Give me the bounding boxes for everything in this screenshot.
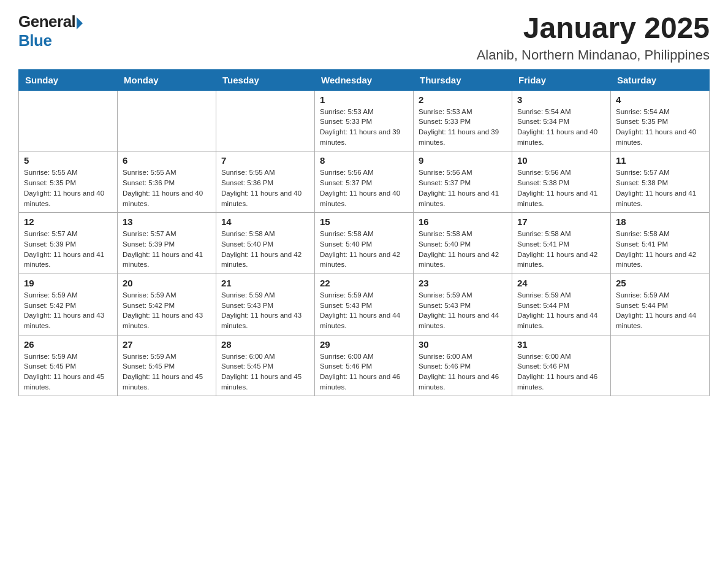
day-info: Sunrise: 5:59 AMSunset: 5:44 PMDaylight:… xyxy=(616,290,704,331)
calendar-cell xyxy=(118,90,216,151)
calendar-week-5: 26Sunrise: 5:59 AMSunset: 5:45 PMDayligh… xyxy=(19,335,710,396)
calendar-cell: 28Sunrise: 6:00 AMSunset: 5:45 PMDayligh… xyxy=(216,335,315,396)
day-number: 16 xyxy=(419,216,507,227)
day-number: 18 xyxy=(616,216,704,227)
calendar-cell: 5Sunrise: 5:55 AMSunset: 5:35 PMDaylight… xyxy=(19,151,118,213)
day-info: Sunrise: 5:57 AMSunset: 5:38 PMDaylight:… xyxy=(616,167,704,209)
calendar-cell: 27Sunrise: 5:59 AMSunset: 5:45 PMDayligh… xyxy=(118,335,216,396)
day-info: Sunrise: 6:00 AMSunset: 5:46 PMDaylight:… xyxy=(320,351,408,393)
day-info: Sunrise: 5:59 AMSunset: 5:42 PMDaylight:… xyxy=(24,290,112,331)
calendar-cell: 22Sunrise: 5:59 AMSunset: 5:43 PMDayligh… xyxy=(315,274,414,335)
day-number: 17 xyxy=(517,216,605,227)
page-title: January 2025 xyxy=(477,12,710,45)
calendar-cell: 20Sunrise: 5:59 AMSunset: 5:42 PMDayligh… xyxy=(118,274,216,335)
calendar-cell: 11Sunrise: 5:57 AMSunset: 5:38 PMDayligh… xyxy=(611,151,710,213)
calendar-header-sunday: Sunday xyxy=(19,69,118,90)
day-info: Sunrise: 5:59 AMSunset: 5:43 PMDaylight:… xyxy=(320,290,408,331)
day-number: 20 xyxy=(123,278,211,288)
logo-arrow-icon xyxy=(77,17,83,29)
day-info: Sunrise: 5:58 AMSunset: 5:41 PMDaylight:… xyxy=(517,229,605,270)
calendar-cell: 19Sunrise: 5:59 AMSunset: 5:42 PMDayligh… xyxy=(19,274,118,335)
day-info: Sunrise: 5:57 AMSunset: 5:39 PMDaylight:… xyxy=(24,229,112,270)
day-info: Sunrise: 6:00 AMSunset: 5:45 PMDaylight:… xyxy=(221,351,309,393)
calendar-cell: 6Sunrise: 5:55 AMSunset: 5:36 PMDaylight… xyxy=(118,151,216,213)
day-number: 27 xyxy=(123,339,211,350)
day-info: Sunrise: 5:59 AMSunset: 5:43 PMDaylight:… xyxy=(221,290,309,331)
day-number: 5 xyxy=(24,155,112,166)
day-number: 24 xyxy=(517,278,605,288)
day-number: 1 xyxy=(320,94,408,105)
logo-blue: Blue xyxy=(18,31,83,50)
day-info: Sunrise: 5:58 AMSunset: 5:41 PMDaylight:… xyxy=(616,229,704,270)
day-info: Sunrise: 5:56 AMSunset: 5:37 PMDaylight:… xyxy=(320,167,408,209)
calendar-cell: 21Sunrise: 5:59 AMSunset: 5:43 PMDayligh… xyxy=(216,274,315,335)
day-number: 26 xyxy=(24,339,112,350)
day-info: Sunrise: 5:55 AMSunset: 5:36 PMDaylight:… xyxy=(221,167,309,209)
day-number: 10 xyxy=(517,155,605,166)
day-number: 25 xyxy=(616,278,704,288)
day-number: 13 xyxy=(123,216,211,227)
calendar-cell: 18Sunrise: 5:58 AMSunset: 5:41 PMDayligh… xyxy=(611,213,710,274)
calendar-header-thursday: Thursday xyxy=(414,69,512,90)
day-number: 7 xyxy=(221,155,309,166)
calendar-header-row: SundayMondayTuesdayWednesdayThursdayFrid… xyxy=(19,69,710,90)
logo-general: General xyxy=(18,12,75,31)
day-info: Sunrise: 6:00 AMSunset: 5:46 PMDaylight:… xyxy=(517,351,605,393)
day-info: Sunrise: 5:53 AMSunset: 5:33 PMDaylight:… xyxy=(419,107,507,148)
day-info: Sunrise: 5:57 AMSunset: 5:39 PMDaylight:… xyxy=(123,229,211,270)
title-block: January 2025 Alanib, Northern Mindanao, … xyxy=(477,12,710,63)
calendar-header-saturday: Saturday xyxy=(611,69,710,90)
day-number: 3 xyxy=(517,94,605,105)
day-number: 30 xyxy=(419,339,507,350)
day-number: 9 xyxy=(419,155,507,166)
day-number: 6 xyxy=(123,155,211,166)
day-number: 28 xyxy=(221,339,309,350)
day-number: 29 xyxy=(320,339,408,350)
day-number: 4 xyxy=(616,94,704,105)
calendar-week-2: 5Sunrise: 5:55 AMSunset: 5:35 PMDaylight… xyxy=(19,151,710,213)
calendar-header-tuesday: Tuesday xyxy=(216,69,315,90)
day-number: 2 xyxy=(419,94,507,105)
day-info: Sunrise: 5:59 AMSunset: 5:45 PMDaylight:… xyxy=(24,351,112,393)
calendar-cell: 8Sunrise: 5:56 AMSunset: 5:37 PMDaylight… xyxy=(315,151,414,213)
day-info: Sunrise: 5:58 AMSunset: 5:40 PMDaylight:… xyxy=(320,229,408,270)
day-info: Sunrise: 5:58 AMSunset: 5:40 PMDaylight:… xyxy=(221,229,309,270)
calendar-week-4: 19Sunrise: 5:59 AMSunset: 5:42 PMDayligh… xyxy=(19,274,710,335)
calendar-cell: 23Sunrise: 5:59 AMSunset: 5:43 PMDayligh… xyxy=(414,274,512,335)
day-number: 8 xyxy=(320,155,408,166)
calendar-cell: 14Sunrise: 5:58 AMSunset: 5:40 PMDayligh… xyxy=(216,213,315,274)
calendar-cell: 17Sunrise: 5:58 AMSunset: 5:41 PMDayligh… xyxy=(512,213,611,274)
day-info: Sunrise: 5:54 AMSunset: 5:35 PMDaylight:… xyxy=(616,107,704,148)
day-number: 15 xyxy=(320,216,408,227)
calendar-cell: 29Sunrise: 6:00 AMSunset: 5:46 PMDayligh… xyxy=(315,335,414,396)
calendar-cell xyxy=(216,90,315,151)
calendar-header-wednesday: Wednesday xyxy=(315,69,414,90)
day-number: 21 xyxy=(221,278,309,288)
page-header: General Blue January 2025 Alanib, Northe… xyxy=(18,12,710,63)
calendar-cell xyxy=(611,335,710,396)
day-info: Sunrise: 5:59 AMSunset: 5:45 PMDaylight:… xyxy=(123,351,211,393)
day-info: Sunrise: 5:56 AMSunset: 5:37 PMDaylight:… xyxy=(419,167,507,209)
day-number: 14 xyxy=(221,216,309,227)
day-info: Sunrise: 5:59 AMSunset: 5:43 PMDaylight:… xyxy=(419,290,507,331)
calendar-week-3: 12Sunrise: 5:57 AMSunset: 5:39 PMDayligh… xyxy=(19,213,710,274)
calendar-cell: 1Sunrise: 5:53 AMSunset: 5:33 PMDaylight… xyxy=(315,90,414,151)
day-number: 11 xyxy=(616,155,704,166)
calendar-week-1: 1Sunrise: 5:53 AMSunset: 5:33 PMDaylight… xyxy=(19,90,710,151)
day-info: Sunrise: 5:53 AMSunset: 5:33 PMDaylight:… xyxy=(320,107,408,148)
page-subtitle: Alanib, Northern Mindanao, Philippines xyxy=(477,47,710,63)
logo: General Blue xyxy=(18,12,83,50)
day-info: Sunrise: 5:54 AMSunset: 5:34 PMDaylight:… xyxy=(517,107,605,148)
calendar-cell: 25Sunrise: 5:59 AMSunset: 5:44 PMDayligh… xyxy=(611,274,710,335)
day-info: Sunrise: 5:55 AMSunset: 5:36 PMDaylight:… xyxy=(123,167,211,209)
day-info: Sunrise: 6:00 AMSunset: 5:46 PMDaylight:… xyxy=(419,351,507,393)
day-number: 19 xyxy=(24,278,112,288)
calendar-cell: 24Sunrise: 5:59 AMSunset: 5:44 PMDayligh… xyxy=(512,274,611,335)
day-info: Sunrise: 5:59 AMSunset: 5:42 PMDaylight:… xyxy=(123,290,211,331)
calendar-cell: 15Sunrise: 5:58 AMSunset: 5:40 PMDayligh… xyxy=(315,213,414,274)
calendar-cell: 10Sunrise: 5:56 AMSunset: 5:38 PMDayligh… xyxy=(512,151,611,213)
day-number: 23 xyxy=(419,278,507,288)
day-number: 22 xyxy=(320,278,408,288)
calendar-cell: 26Sunrise: 5:59 AMSunset: 5:45 PMDayligh… xyxy=(19,335,118,396)
day-number: 31 xyxy=(517,339,605,350)
